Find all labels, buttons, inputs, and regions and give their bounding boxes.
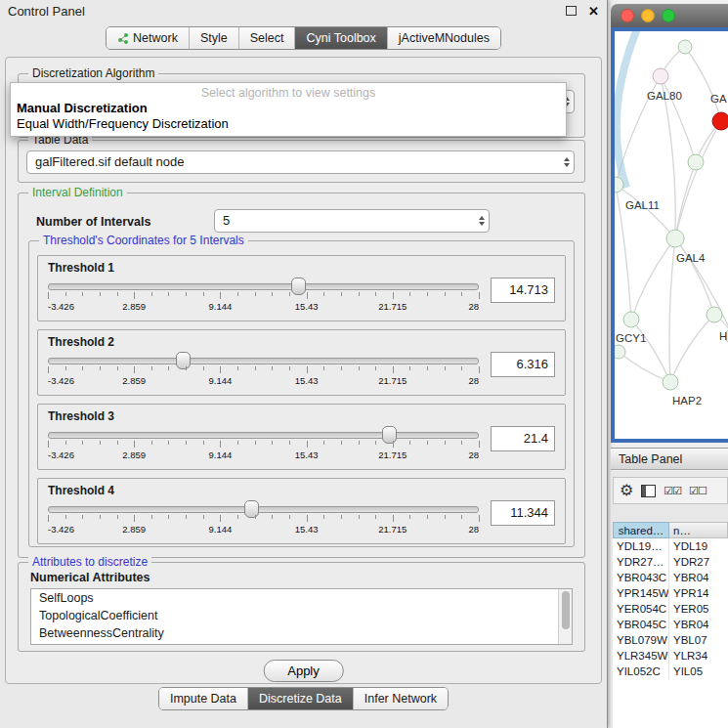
float-window-icon[interactable] [566, 6, 577, 16]
slider-track[interactable] [48, 358, 479, 364]
dropdown-item-equal-width[interactable]: Equal Width/Frequency Discretization [11, 116, 566, 132]
apply-button[interactable]: Apply [263, 660, 344, 682]
table-row[interactable]: YBR045CYBR04 [613, 617, 728, 632]
cell-name: YBL07 [669, 632, 728, 648]
table-row[interactable]: YBR043CYBR04 [613, 570, 728, 585]
table-row[interactable]: YPR145WYPR14 [613, 585, 728, 601]
table-row[interactable]: YBL079WYBL07 [613, 632, 728, 648]
slider-ticks [48, 366, 479, 374]
screen: Control Panel ✕ Network Style S [0, 0, 728, 728]
slider-track[interactable] [48, 432, 479, 439]
tab-cyni-toolbox[interactable]: Cyni Toolbox [294, 27, 386, 49]
network-canvas[interactable]: GAL80GAGAL11GAL4GCY1HHAP2 [615, 31, 728, 439]
threshold-slider[interactable]: -3.4262.8599.14415.4321.71528 [48, 426, 479, 461]
slider-scale-label: 2.859 [122, 524, 146, 535]
minimize-traffic-light-icon[interactable] [641, 9, 655, 22]
table-panel-header[interactable]: Table Panel [611, 448, 728, 470]
GCY1-node[interactable] [623, 312, 639, 327]
algorithm-dropdown-popup: Select algorithm to view settings Manual… [10, 82, 567, 137]
attributes-scrollbar[interactable] [558, 589, 572, 644]
number-of-intervals-combobox[interactable]: 5 [214, 209, 490, 233]
network-graph: GAL80GAGAL11GAL4GCY1HHAP2 [615, 31, 728, 439]
slider-track[interactable] [48, 283, 479, 290]
slider-scale-label: 2.859 [122, 301, 146, 312]
scrollbar-thumb[interactable] [562, 591, 570, 629]
threshold-label: Threshold 2 [48, 335, 555, 349]
threshold-value-field[interactable]: 6.316 [491, 352, 555, 377]
table-panel-title: Table Panel [619, 452, 682, 466]
tab-discretize-data[interactable]: Discretize Data [247, 688, 353, 709]
cell-name: YDL19 [669, 538, 728, 554]
attribute-list-item[interactable]: TopologicalCoefficient [31, 607, 572, 624]
network-node[interactable] [707, 307, 722, 322]
column-header-name[interactable]: n… [669, 522, 728, 538]
slider-tick [100, 292, 101, 296]
GAL80-node[interactable] [653, 68, 668, 84]
close-traffic-light-icon[interactable] [621, 9, 634, 22]
table-row[interactable]: YDL19…YDL19 [613, 538, 728, 554]
slider-tick [186, 441, 187, 445]
threshold-panel-4: Threshold 4-3.4262.8599.14415.4321.71528… [37, 478, 566, 544]
table-row[interactable]: YER054CYER05 [613, 601, 728, 617]
threshold-slider[interactable]: -3.4262.8599.14415.4321.71528 [48, 352, 479, 387]
columns-icon[interactable] [641, 485, 656, 497]
table-row[interactable]: YLR345WYLR34 [613, 648, 728, 664]
table-row[interactable]: YIL052CYIL05 [613, 664, 728, 679]
dropdown-item-manual-discretization[interactable]: Manual Discretization [11, 101, 566, 116]
tab-label: Select [250, 31, 284, 45]
table-data-group: Table Data galFiltered.sif default node [18, 140, 585, 183]
zoom-traffic-light-icon[interactable] [662, 9, 675, 22]
table-data-selected-value: galFiltered.sif default node [35, 154, 184, 169]
combo-stepper-icon[interactable] [479, 216, 485, 226]
network-node[interactable] [688, 154, 704, 170]
slider-scale-label: 15.43 [295, 375, 319, 386]
select-some-columns-icon[interactable]: ☑☐ [689, 485, 707, 497]
tab-select[interactable]: Select [238, 27, 295, 49]
network-window-titlebar[interactable] [611, 4, 728, 27]
slider-scale-label: 9.144 [209, 524, 233, 535]
tab-jactivemnodules[interactable]: jActiveMNodules [387, 27, 500, 49]
column-header-shared-name[interactable]: shared… [613, 522, 669, 538]
slider-scale: -3.4262.8599.14415.4321.71528 [48, 524, 479, 535]
threshold-value-field[interactable]: 21.4 [491, 426, 555, 451]
slider-tick [359, 441, 360, 445]
slider-tick [82, 292, 83, 296]
node-label: GA [710, 93, 727, 105]
slider-track[interactable] [48, 506, 479, 513]
slider-tick [393, 441, 394, 448]
threshold-value-field[interactable]: 14.713 [491, 278, 555, 303]
table-row[interactable]: YDR27…YDR27 [613, 554, 728, 570]
select-all-columns-icon[interactable]: ☑☑ [664, 485, 681, 497]
combo-stepper-icon[interactable] [564, 157, 570, 167]
GAL4-node[interactable] [666, 230, 684, 247]
slider-tick [359, 292, 360, 296]
control-panel-titlebar[interactable]: Control Panel ✕ [0, 0, 607, 21]
table-panel: ⚙ ☑☑ ☑☐ shared… n… YDL19…YDL19YDR27…YDR2… [611, 471, 728, 728]
tab-network[interactable]: Network [107, 27, 189, 49]
tab-impute-data[interactable]: Impute Data [159, 688, 247, 709]
node-label: GAL4 [676, 252, 706, 264]
HAP2-node[interactable] [663, 374, 678, 390]
tab-infer-network[interactable]: Infer Network [353, 688, 448, 709]
threshold-slider[interactable]: -3.4262.8599.14415.4321.71528 [48, 278, 479, 313]
attributes-listbox[interactable]: SelfLoopsTopologicalCoefficientBetweenne… [30, 588, 573, 645]
close-icon[interactable]: ✕ [588, 4, 599, 19]
slider-tick [445, 292, 446, 296]
attribute-list-item[interactable]: SelfLoops [31, 589, 572, 607]
gear-icon[interactable]: ⚙ [620, 483, 633, 498]
threshold-label: Threshold 1 [48, 261, 555, 275]
table-data-combobox[interactable]: galFiltered.sif default node [26, 150, 575, 174]
network-edge [616, 185, 675, 238]
network-edge [685, 47, 721, 121]
threshold-value-field[interactable]: 11.344 [491, 500, 555, 526]
GA-node[interactable] [712, 112, 728, 130]
slider-tick [375, 366, 376, 370]
network-node[interactable] [678, 40, 692, 54]
cell-name: YER05 [669, 601, 728, 617]
network-node[interactable] [615, 345, 625, 359]
slider-tick [168, 515, 169, 519]
attribute-list-item[interactable]: BetweennessCentrality [31, 624, 572, 642]
threshold-slider[interactable]: -3.4262.8599.14415.4321.71528 [48, 500, 479, 535]
tab-style[interactable]: Style [189, 27, 238, 49]
cell-shared-name: YLR345W [613, 648, 669, 664]
